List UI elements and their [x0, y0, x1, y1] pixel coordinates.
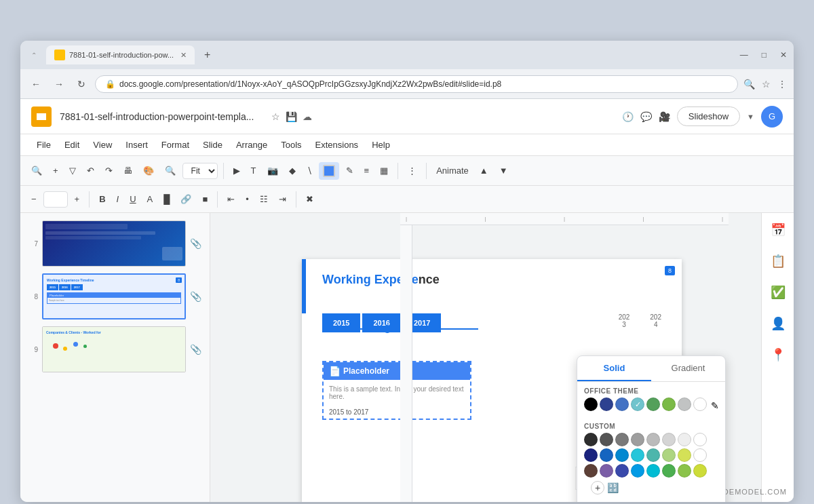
office-color-teal[interactable] — [631, 398, 644, 411]
bullet-button[interactable]: • — [241, 191, 253, 207]
menu-icon[interactable]: ⋮ — [777, 79, 787, 90]
bookmark-icon[interactable]: ☆ — [762, 79, 771, 90]
image-button[interactable]: 📷 — [263, 163, 282, 178]
swatch-blue3[interactable] — [615, 464, 629, 478]
highlight-button[interactable]: █ — [159, 191, 174, 207]
zoom-reset-button[interactable]: 🔍 — [161, 163, 180, 178]
slide-thumbnail-8[interactable]: Working Experience Timeline 2015 2016 20… — [42, 273, 186, 319]
slide-item-8[interactable]: 8 Working Experience Timeline 2015 2016 … — [26, 271, 204, 322]
office-color-green[interactable] — [646, 398, 660, 411]
align-button[interactable]: ≡ — [360, 163, 374, 178]
reload-button[interactable]: ↻ — [73, 76, 90, 92]
clear-format-button[interactable]: ✖ — [302, 191, 317, 207]
italic-button[interactable]: I — [113, 191, 123, 207]
slide-thumbnail-9[interactable]: Companies & Clients - Worked for — [42, 326, 186, 372]
swatch-lightgreen[interactable] — [662, 448, 676, 462]
add-custom-color-button[interactable]: + — [591, 481, 604, 495]
placeholder-container[interactable]: 📄 Placeholder This is a sample text. Ins… — [322, 361, 471, 420]
office-color-darkblue[interactable] — [600, 398, 613, 411]
swatch-blue2[interactable] — [615, 448, 629, 462]
menu-format[interactable]: Format — [156, 137, 195, 153]
paint-format-button[interactable]: 🎨 — [139, 163, 158, 178]
office-color-lightgreen[interactable] — [662, 398, 676, 411]
video-icon[interactable]: 🎥 — [659, 111, 670, 122]
swatch-lightgreen2[interactable] — [678, 464, 691, 478]
office-color-white[interactable] — [693, 398, 707, 411]
print-button[interactable]: 🖶 — [119, 163, 136, 178]
swatch-lime[interactable] — [678, 448, 691, 462]
office-color-black[interactable] — [584, 398, 598, 411]
zoom-in-button[interactable]: + — [49, 163, 62, 178]
slide-thumbnail-7[interactable] — [42, 220, 186, 267]
tab-close-button[interactable]: ✕ — [180, 51, 187, 60]
gradient-tab[interactable]: Gradient — [651, 356, 725, 381]
eyedropper-button[interactable]: 🔡 — [607, 482, 619, 493]
edit-theme-colors-icon[interactable]: ✎ — [711, 400, 719, 411]
shapes-button[interactable]: ◆ — [285, 163, 300, 178]
forward-button[interactable]: → — [50, 76, 68, 92]
url-bar[interactable]: 🔒 docs.google.com/presentation/d/1Noyx-x… — [95, 75, 738, 93]
solid-tab[interactable]: Solid — [577, 356, 651, 381]
text-color-button[interactable]: A — [143, 191, 157, 207]
menu-help[interactable]: Help — [366, 137, 395, 153]
calendar-sidebar-icon[interactable]: 📅 — [767, 218, 790, 241]
font-size-increase[interactable]: + — [71, 191, 84, 207]
swatch-lightgray[interactable] — [678, 433, 691, 446]
slideshow-button[interactable]: Slideshow — [677, 106, 740, 126]
menu-file[interactable]: File — [31, 137, 56, 153]
zoom-out-button[interactable]: ▽ — [65, 163, 80, 178]
maps-sidebar-icon[interactable]: 📍 — [767, 343, 790, 366]
swatch-cyan[interactable] — [631, 448, 644, 462]
contacts-sidebar-icon[interactable]: 👤 — [767, 312, 790, 335]
swatch-white[interactable] — [693, 433, 707, 446]
swatch-teal[interactable] — [646, 448, 660, 462]
office-color-blue[interactable] — [615, 398, 629, 411]
numbered-list-button[interactable]: ☷ — [256, 191, 272, 207]
line-button[interactable]: ∖ — [303, 163, 316, 178]
more-button[interactable]: ⋮ — [404, 163, 421, 178]
office-color-gray[interactable] — [678, 398, 691, 411]
swatch-white2[interactable] — [693, 448, 707, 462]
swatch-purple[interactable] — [600, 464, 613, 478]
crop-button[interactable]: ■ — [198, 191, 212, 207]
collapse-button[interactable]: ▼ — [495, 163, 512, 178]
maximize-button[interactable]: □ — [762, 50, 767, 60]
swatch-darkgray[interactable] — [584, 433, 598, 446]
menu-slide[interactable]: Slide — [197, 137, 228, 153]
slideshow-dropdown-arrow[interactable]: ▼ — [747, 113, 754, 121]
accessibility-button[interactable]: ▲ — [476, 163, 492, 178]
search-toolbar-button[interactable]: 🔍 — [27, 163, 46, 178]
swatch-indigo[interactable] — [584, 448, 598, 462]
slide-item-9[interactable]: 9 Companies & Clients - Worked for 📎 — [26, 324, 204, 374]
swatch-gray3[interactable] — [631, 433, 644, 446]
font-size-decrease[interactable]: − — [27, 191, 41, 207]
menu-insert[interactable]: Insert — [120, 137, 153, 153]
history-icon[interactable]: 🕐 — [622, 111, 634, 122]
redo-button[interactable]: ↷ — [101, 163, 117, 178]
zoom-select[interactable]: Fit — [182, 163, 218, 179]
select-button[interactable]: ▶ — [229, 163, 244, 178]
swatch-gray2[interactable] — [615, 433, 629, 446]
comment-icon[interactable]: 💬 — [640, 111, 652, 122]
menu-edit[interactable]: Edit — [59, 137, 85, 153]
table-button[interactable]: ▦ — [376, 163, 392, 178]
line-color-button[interactable]: ✎ — [342, 163, 357, 178]
swatch-lime2[interactable] — [693, 464, 707, 478]
menu-extensions[interactable]: Extensions — [310, 137, 364, 153]
swatch-green[interactable] — [662, 464, 676, 478]
zoom-icon[interactable]: 🔍 — [743, 79, 755, 90]
back-button[interactable]: ← — [27, 76, 45, 92]
star-icon[interactable]: ☆ — [271, 111, 280, 122]
drive-icon[interactable]: 💾 — [286, 111, 297, 122]
underline-button[interactable]: U — [125, 191, 140, 207]
swatch-blue1[interactable] — [600, 448, 613, 462]
animate-button[interactable]: Animate — [432, 163, 473, 178]
swatch-blue4[interactable] — [631, 464, 644, 478]
swatch-brown[interactable] — [584, 464, 598, 478]
text-button[interactable]: T — [247, 163, 260, 178]
swatch-gray4[interactable] — [646, 433, 660, 446]
cloud-icon[interactable]: ☁ — [303, 111, 312, 122]
close-button[interactable]: ✕ — [780, 50, 787, 60]
new-tab-button[interactable]: + — [200, 49, 214, 61]
link-button[interactable]: 🔗 — [176, 191, 195, 207]
